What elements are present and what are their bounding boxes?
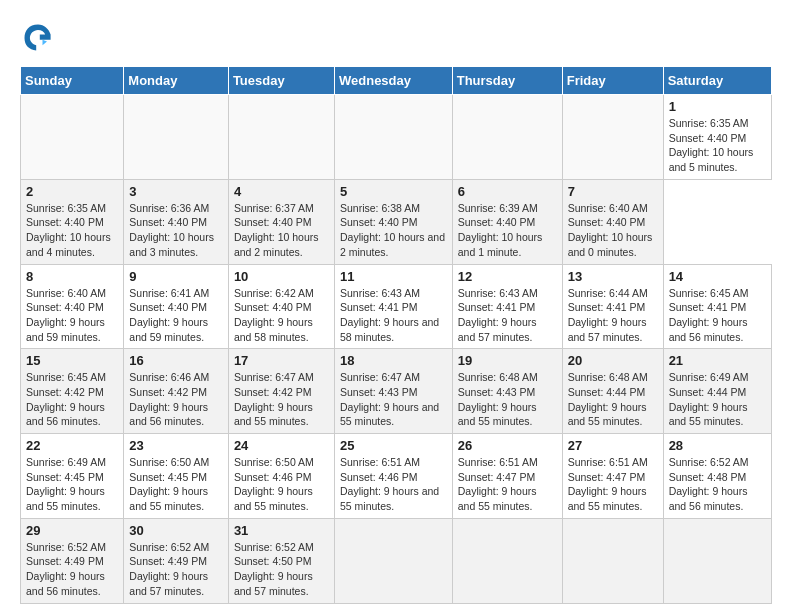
- day-info: Sunrise: 6:51 AMSunset: 4:46 PMDaylight:…: [340, 456, 439, 512]
- day-info: Sunrise: 6:42 AMSunset: 4:40 PMDaylight:…: [234, 287, 314, 343]
- day-info: Sunrise: 6:47 AMSunset: 4:42 PMDaylight:…: [234, 371, 314, 427]
- day-number: 6: [458, 184, 557, 199]
- day-number: 22: [26, 438, 118, 453]
- day-info: Sunrise: 6:39 AMSunset: 4:40 PMDaylight:…: [458, 202, 543, 258]
- day-info: Sunrise: 6:52 AMSunset: 4:48 PMDaylight:…: [669, 456, 749, 512]
- day-cell-28: 28 Sunrise: 6:52 AMSunset: 4:48 PMDaylig…: [663, 434, 771, 519]
- day-cell-21: 21 Sunrise: 6:49 AMSunset: 4:44 PMDaylig…: [663, 349, 771, 434]
- day-number: 27: [568, 438, 658, 453]
- day-number: 30: [129, 523, 223, 538]
- day-number: 7: [568, 184, 658, 199]
- day-info: Sunrise: 6:44 AMSunset: 4:41 PMDaylight:…: [568, 287, 648, 343]
- empty-cell: [562, 95, 663, 180]
- column-header-saturday: Saturday: [663, 67, 771, 95]
- calendar-body: 1 Sunrise: 6:35 AMSunset: 4:40 PMDayligh…: [21, 95, 772, 604]
- day-info: Sunrise: 6:48 AMSunset: 4:44 PMDaylight:…: [568, 371, 648, 427]
- day-number: 8: [26, 269, 118, 284]
- day-number: 4: [234, 184, 329, 199]
- week-row-1: 1 Sunrise: 6:35 AMSunset: 4:40 PMDayligh…: [21, 95, 772, 180]
- day-info: Sunrise: 6:40 AMSunset: 4:40 PMDaylight:…: [26, 287, 106, 343]
- day-info: Sunrise: 6:49 AMSunset: 4:45 PMDaylight:…: [26, 456, 106, 512]
- day-cell-20: 20 Sunrise: 6:48 AMSunset: 4:44 PMDaylig…: [562, 349, 663, 434]
- day-cell-5: 5 Sunrise: 6:38 AMSunset: 4:40 PMDayligh…: [334, 179, 452, 264]
- day-number: 12: [458, 269, 557, 284]
- day-info: Sunrise: 6:46 AMSunset: 4:42 PMDaylight:…: [129, 371, 209, 427]
- day-info: Sunrise: 6:51 AMSunset: 4:47 PMDaylight:…: [458, 456, 538, 512]
- day-info: Sunrise: 6:36 AMSunset: 4:40 PMDaylight:…: [129, 202, 214, 258]
- day-info: Sunrise: 6:49 AMSunset: 4:44 PMDaylight:…: [669, 371, 749, 427]
- logo-icon: [20, 20, 56, 56]
- day-info: Sunrise: 6:45 AMSunset: 4:41 PMDaylight:…: [669, 287, 749, 343]
- day-number: 17: [234, 353, 329, 368]
- day-number: 29: [26, 523, 118, 538]
- week-row-4: 15 Sunrise: 6:45 AMSunset: 4:42 PMDaylig…: [21, 349, 772, 434]
- column-header-thursday: Thursday: [452, 67, 562, 95]
- day-info: Sunrise: 6:43 AMSunset: 4:41 PMDaylight:…: [340, 287, 439, 343]
- day-number: 23: [129, 438, 223, 453]
- calendar-table: SundayMondayTuesdayWednesdayThursdayFrid…: [20, 66, 772, 604]
- header-row: SundayMondayTuesdayWednesdayThursdayFrid…: [21, 67, 772, 95]
- day-cell-1: 1 Sunrise: 6:35 AMSunset: 4:40 PMDayligh…: [663, 95, 771, 180]
- day-cell-31: 31 Sunrise: 6:52 AMSunset: 4:50 PMDaylig…: [228, 518, 334, 603]
- empty-cell: [663, 518, 771, 603]
- day-number: 5: [340, 184, 447, 199]
- day-cell-26: 26 Sunrise: 6:51 AMSunset: 4:47 PMDaylig…: [452, 434, 562, 519]
- empty-cell: [334, 518, 452, 603]
- empty-cell: [452, 518, 562, 603]
- day-cell-3: 3 Sunrise: 6:36 AMSunset: 4:40 PMDayligh…: [124, 179, 229, 264]
- day-cell-27: 27 Sunrise: 6:51 AMSunset: 4:47 PMDaylig…: [562, 434, 663, 519]
- day-info: Sunrise: 6:35 AMSunset: 4:40 PMDaylight:…: [669, 117, 754, 173]
- day-cell-18: 18 Sunrise: 6:47 AMSunset: 4:43 PMDaylig…: [334, 349, 452, 434]
- empty-cell: [21, 95, 124, 180]
- day-cell-17: 17 Sunrise: 6:47 AMSunset: 4:42 PMDaylig…: [228, 349, 334, 434]
- day-number: 25: [340, 438, 447, 453]
- day-info: Sunrise: 6:51 AMSunset: 4:47 PMDaylight:…: [568, 456, 648, 512]
- column-header-monday: Monday: [124, 67, 229, 95]
- day-number: 11: [340, 269, 447, 284]
- day-info: Sunrise: 6:50 AMSunset: 4:46 PMDaylight:…: [234, 456, 314, 512]
- day-number: 26: [458, 438, 557, 453]
- day-info: Sunrise: 6:38 AMSunset: 4:40 PMDaylight:…: [340, 202, 445, 258]
- day-number: 14: [669, 269, 766, 284]
- day-info: Sunrise: 6:50 AMSunset: 4:45 PMDaylight:…: [129, 456, 209, 512]
- day-cell-14: 14 Sunrise: 6:45 AMSunset: 4:41 PMDaylig…: [663, 264, 771, 349]
- column-header-friday: Friday: [562, 67, 663, 95]
- day-info: Sunrise: 6:37 AMSunset: 4:40 PMDaylight:…: [234, 202, 319, 258]
- day-cell-15: 15 Sunrise: 6:45 AMSunset: 4:42 PMDaylig…: [21, 349, 124, 434]
- day-cell-29: 29 Sunrise: 6:52 AMSunset: 4:49 PMDaylig…: [21, 518, 124, 603]
- day-cell-7: 7 Sunrise: 6:40 AMSunset: 4:40 PMDayligh…: [562, 179, 663, 264]
- empty-cell: [452, 95, 562, 180]
- day-info: Sunrise: 6:52 AMSunset: 4:49 PMDaylight:…: [26, 541, 106, 597]
- day-cell-13: 13 Sunrise: 6:44 AMSunset: 4:41 PMDaylig…: [562, 264, 663, 349]
- day-cell-12: 12 Sunrise: 6:43 AMSunset: 4:41 PMDaylig…: [452, 264, 562, 349]
- day-cell-2: 2 Sunrise: 6:35 AMSunset: 4:40 PMDayligh…: [21, 179, 124, 264]
- week-row-5: 22 Sunrise: 6:49 AMSunset: 4:45 PMDaylig…: [21, 434, 772, 519]
- day-info: Sunrise: 6:52 AMSunset: 4:49 PMDaylight:…: [129, 541, 209, 597]
- day-number: 13: [568, 269, 658, 284]
- day-cell-6: 6 Sunrise: 6:39 AMSunset: 4:40 PMDayligh…: [452, 179, 562, 264]
- day-number: 9: [129, 269, 223, 284]
- day-number: 2: [26, 184, 118, 199]
- day-number: 3: [129, 184, 223, 199]
- day-number: 10: [234, 269, 329, 284]
- week-row-2: 2 Sunrise: 6:35 AMSunset: 4:40 PMDayligh…: [21, 179, 772, 264]
- day-info: Sunrise: 6:41 AMSunset: 4:40 PMDaylight:…: [129, 287, 209, 343]
- day-cell-4: 4 Sunrise: 6:37 AMSunset: 4:40 PMDayligh…: [228, 179, 334, 264]
- column-header-sunday: Sunday: [21, 67, 124, 95]
- day-number: 18: [340, 353, 447, 368]
- day-cell-30: 30 Sunrise: 6:52 AMSunset: 4:49 PMDaylig…: [124, 518, 229, 603]
- day-cell-23: 23 Sunrise: 6:50 AMSunset: 4:45 PMDaylig…: [124, 434, 229, 519]
- day-cell-11: 11 Sunrise: 6:43 AMSunset: 4:41 PMDaylig…: [334, 264, 452, 349]
- column-header-tuesday: Tuesday: [228, 67, 334, 95]
- logo: [20, 20, 60, 56]
- day-number: 28: [669, 438, 766, 453]
- day-cell-10: 10 Sunrise: 6:42 AMSunset: 4:40 PMDaylig…: [228, 264, 334, 349]
- empty-cell: [334, 95, 452, 180]
- day-cell-9: 9 Sunrise: 6:41 AMSunset: 4:40 PMDayligh…: [124, 264, 229, 349]
- day-cell-22: 22 Sunrise: 6:49 AMSunset: 4:45 PMDaylig…: [21, 434, 124, 519]
- day-info: Sunrise: 6:43 AMSunset: 4:41 PMDaylight:…: [458, 287, 538, 343]
- week-row-6: 29 Sunrise: 6:52 AMSunset: 4:49 PMDaylig…: [21, 518, 772, 603]
- day-number: 19: [458, 353, 557, 368]
- week-row-3: 8 Sunrise: 6:40 AMSunset: 4:40 PMDayligh…: [21, 264, 772, 349]
- day-cell-16: 16 Sunrise: 6:46 AMSunset: 4:42 PMDaylig…: [124, 349, 229, 434]
